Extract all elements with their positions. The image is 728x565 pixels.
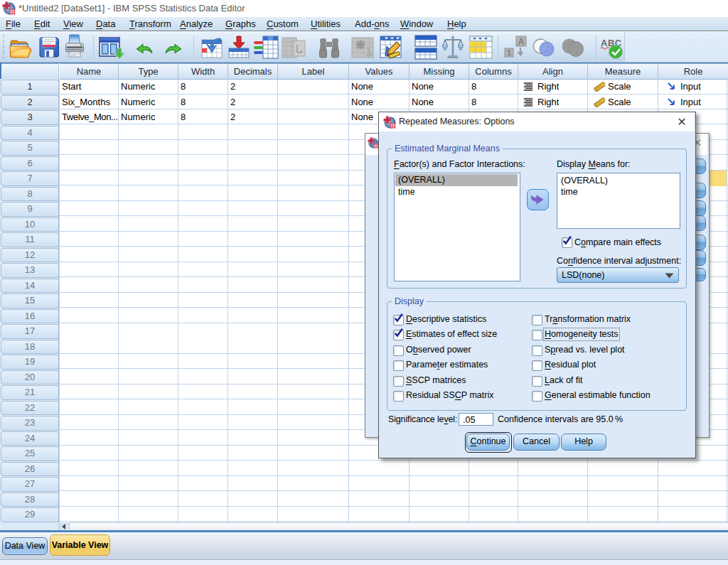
svg-text:1: 1 [507, 48, 511, 57]
svg-text:A: A [518, 37, 525, 47]
